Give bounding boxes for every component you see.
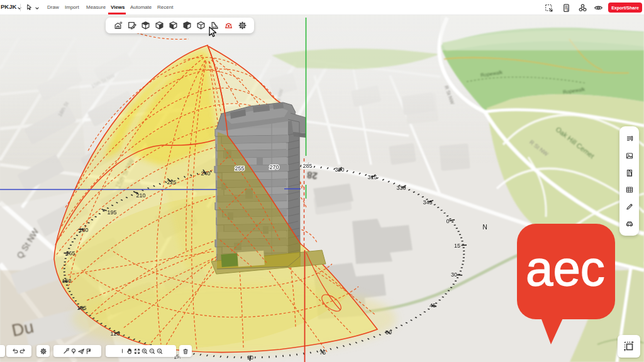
svg-text:195: 195 <box>107 209 116 216</box>
svg-text:285: 285 <box>303 163 312 169</box>
svg-text:75: 75 <box>319 349 326 356</box>
svg-text:165: 165 <box>65 250 75 256</box>
svg-text:270: 270 <box>269 164 279 170</box>
svg-text:300: 300 <box>335 167 344 173</box>
svg-text:180: 180 <box>79 227 88 233</box>
svg-text:28: 28 <box>306 170 318 182</box>
svg-text:N: N <box>482 223 487 231</box>
svg-text:315: 315 <box>367 174 377 180</box>
svg-text:90: 90 <box>247 354 253 361</box>
svg-text:255: 255 <box>235 165 244 172</box>
svg-text:15: 15 <box>454 243 460 249</box>
svg-text:135: 135 <box>77 305 86 311</box>
svg-text:aec: aec <box>526 241 605 296</box>
svg-text:30: 30 <box>451 272 457 278</box>
svg-text:60: 60 <box>386 329 392 336</box>
svg-text:240: 240 <box>201 170 210 177</box>
svg-text:345: 345 <box>423 199 432 206</box>
svg-text:210: 210 <box>136 192 145 199</box>
svg-text:330: 330 <box>396 185 406 191</box>
svg-text:0: 0 <box>446 218 449 224</box>
svg-text:45: 45 <box>430 302 436 309</box>
svg-text:120: 120 <box>110 331 119 337</box>
svg-text:150: 150 <box>62 278 71 284</box>
svg-text:$: $ <box>567 8 569 11</box>
svg-text:225: 225 <box>167 179 176 185</box>
